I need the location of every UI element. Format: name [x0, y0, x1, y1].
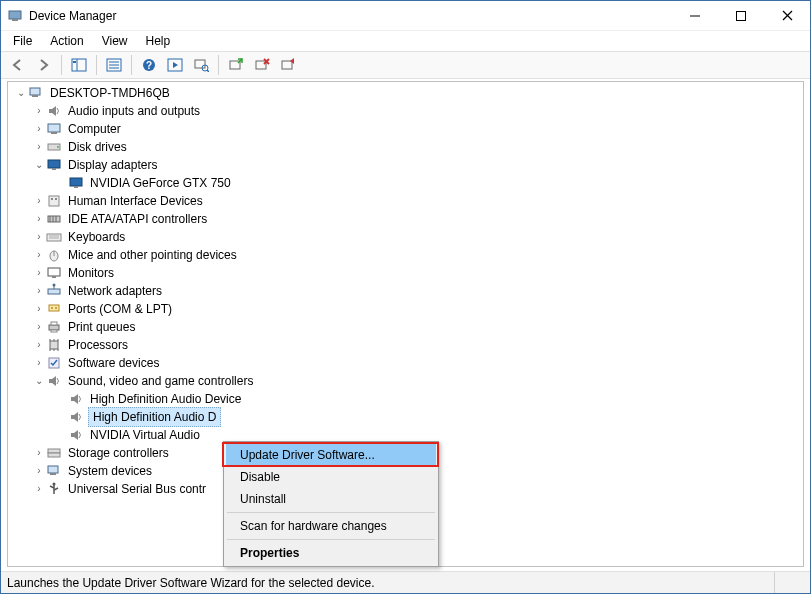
window-title: Device Manager: [29, 9, 116, 23]
tree-item[interactable]: ›Monitors: [8, 264, 803, 282]
tree-item[interactable]: ⌄DESKTOP-TMDH6QB: [8, 84, 803, 102]
tree-item[interactable]: ›Computer: [8, 120, 803, 138]
computer-root-icon: [28, 85, 44, 101]
svg-rect-1: [12, 19, 18, 21]
tree-item-label: Display adapters: [66, 156, 159, 174]
chevron-right-icon[interactable]: ›: [32, 318, 46, 336]
tree-item[interactable]: High Definition Audio Device: [8, 390, 803, 408]
chevron-right-icon[interactable]: ›: [32, 354, 46, 372]
properties-button[interactable]: [102, 54, 126, 76]
svg-marker-69: [71, 412, 78, 422]
tree-item-label: Sound, video and game controllers: [66, 372, 255, 390]
svg-rect-36: [49, 196, 59, 206]
status-bar: Launches the Update Driver Software Wiza…: [1, 571, 810, 593]
scan-hardware-button[interactable]: [189, 54, 213, 76]
forward-button[interactable]: [32, 54, 56, 76]
chevron-right-icon[interactable]: ›: [32, 480, 46, 498]
chevron-down-icon[interactable]: ⌄: [14, 84, 28, 102]
tree-item-label: Audio inputs and outputs: [66, 102, 202, 120]
chevron-right-icon[interactable]: ›: [32, 336, 46, 354]
chevron-right-icon[interactable]: ›: [32, 444, 46, 462]
tree-item-label: DESKTOP-TMDH6QB: [48, 84, 172, 102]
svg-rect-38: [55, 198, 57, 200]
chevron-right-icon[interactable]: ›: [32, 462, 46, 480]
chevron-right-icon[interactable]: ›: [32, 264, 46, 282]
action-button[interactable]: [163, 54, 187, 76]
svg-rect-50: [48, 289, 60, 294]
tree-item[interactable]: High Definition Audio D: [8, 408, 803, 426]
back-button[interactable]: [6, 54, 30, 76]
computer-icon: [46, 121, 62, 137]
chevron-right-icon[interactable]: ›: [32, 246, 46, 264]
minimize-button[interactable]: [672, 1, 718, 30]
context-menu-item[interactable]: Disable: [226, 466, 436, 488]
svg-point-52: [53, 284, 56, 287]
menu-view[interactable]: View: [94, 33, 136, 49]
disable-button[interactable]: [276, 54, 300, 76]
chevron-down-icon[interactable]: ⌄: [32, 156, 46, 174]
tree-item[interactable]: ›IDE ATA/ATAPI controllers: [8, 210, 803, 228]
svg-rect-34: [70, 178, 82, 186]
tree-item[interactable]: ›Network adapters: [8, 282, 803, 300]
menu-file[interactable]: File: [5, 33, 40, 49]
tree-item-label: Storage controllers: [66, 444, 171, 462]
printer-icon: [46, 319, 62, 335]
tree-item[interactable]: ›Mice and other pointing devices: [8, 246, 803, 264]
tree-item-label: NVIDIA Virtual Audio: [88, 426, 202, 444]
device-tree[interactable]: ⌄DESKTOP-TMDH6QB›Audio inputs and output…: [8, 84, 803, 498]
tree-item-label: Print queues: [66, 318, 137, 336]
chevron-right-icon[interactable]: ›: [32, 120, 46, 138]
tree-item[interactable]: ›Software devices: [8, 354, 803, 372]
storage-icon: [46, 445, 62, 461]
chevron-right-icon[interactable]: ›: [32, 102, 46, 120]
ide-icon: [46, 211, 62, 227]
network-icon: [46, 283, 62, 299]
tree-item[interactable]: ›Ports (COM & LPT): [8, 300, 803, 318]
svg-rect-37: [51, 198, 53, 200]
menu-separator: [227, 539, 435, 540]
context-menu-item[interactable]: Update Driver Software...: [226, 444, 436, 466]
tree-item[interactable]: ⌄Display adapters: [8, 156, 803, 174]
svg-rect-73: [48, 466, 58, 473]
chevron-right-icon[interactable]: ›: [32, 300, 46, 318]
tree-item-label: Human Interface Devices: [66, 192, 205, 210]
tree-item[interactable]: ›Audio inputs and outputs: [8, 102, 803, 120]
tree-item[interactable]: ›Processors: [8, 336, 803, 354]
tree-item[interactable]: ⌄Sound, video and game controllers: [8, 372, 803, 390]
chevron-right-icon[interactable]: ›: [32, 192, 46, 210]
maximize-button[interactable]: [718, 1, 764, 30]
tree-item[interactable]: ›Disk drives: [8, 138, 803, 156]
chevron-right-icon[interactable]: ›: [32, 138, 46, 156]
tree-item[interactable]: ›Print queues: [8, 318, 803, 336]
help-button[interactable]: ?: [137, 54, 161, 76]
sound-icon: [46, 373, 62, 389]
tree-item-label: High Definition Audio D: [88, 407, 221, 427]
tree-item-label: Ports (COM & LPT): [66, 300, 174, 318]
svg-rect-17: [195, 60, 205, 68]
tree-item-label: IDE ATA/ATAPI controllers: [66, 210, 209, 228]
tree-item[interactable]: ›Keyboards: [8, 228, 803, 246]
svg-marker-70: [71, 430, 78, 440]
chevron-right-icon[interactable]: ›: [32, 210, 46, 228]
close-button[interactable]: [764, 1, 810, 30]
menu-help[interactable]: Help: [138, 33, 179, 49]
update-driver-button[interactable]: [224, 54, 248, 76]
tree-item-label: System devices: [66, 462, 154, 480]
svg-text:?: ?: [146, 60, 152, 71]
menu-action[interactable]: Action: [42, 33, 91, 49]
chevron-down-icon[interactable]: ⌄: [32, 372, 46, 390]
chevron-right-icon[interactable]: ›: [32, 228, 46, 246]
context-menu-item[interactable]: Uninstall: [226, 488, 436, 510]
tree-item[interactable]: ›Human Interface Devices: [8, 192, 803, 210]
svg-rect-59: [50, 341, 58, 349]
tree-item[interactable]: NVIDIA GeForce GTX 750: [8, 174, 803, 192]
svg-rect-32: [48, 160, 60, 168]
svg-marker-67: [49, 376, 56, 386]
tree-item-label: High Definition Audio Device: [88, 390, 243, 408]
chevron-right-icon[interactable]: ›: [32, 282, 46, 300]
app-icon: [7, 8, 23, 24]
context-menu-item[interactable]: Scan for hardware changes: [226, 515, 436, 537]
uninstall-button[interactable]: [250, 54, 274, 76]
show-hide-console-tree-button[interactable]: [67, 54, 91, 76]
context-menu-item[interactable]: Properties: [226, 542, 436, 564]
